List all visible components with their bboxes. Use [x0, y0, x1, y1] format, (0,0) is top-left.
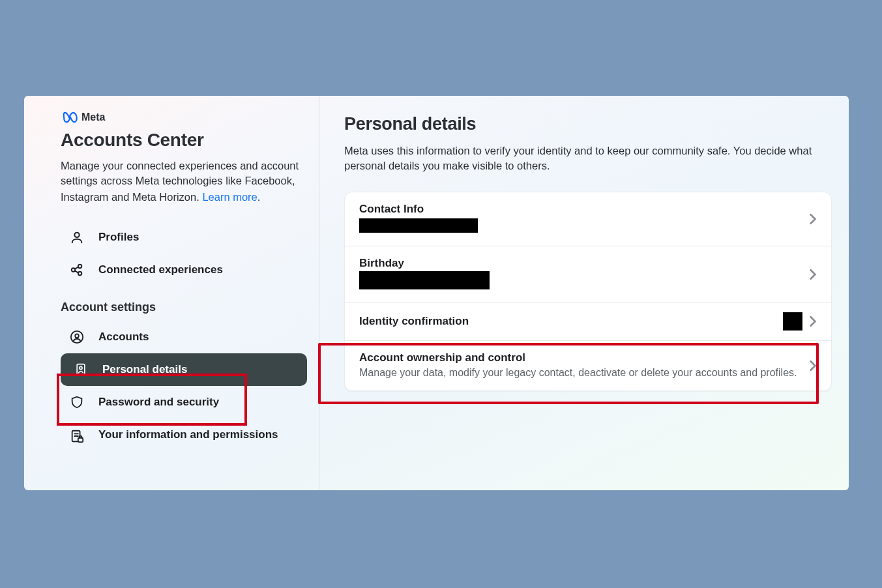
sidebar-section-label: Account settings: [61, 301, 307, 314]
row-identity-confirmation[interactable]: Identity confirmation: [345, 303, 831, 341]
sidebar-item-info-permissions[interactable]: Your information and permissions: [61, 419, 307, 452]
row-title: Birthday: [359, 257, 809, 270]
row-title: Account ownership and control: [359, 351, 809, 364]
page-title: Personal details: [344, 114, 832, 134]
document-lock-icon: [68, 428, 85, 443]
chevron-right-icon: [809, 213, 817, 225]
row-subtitle: Manage your data, modify your legacy con…: [359, 366, 809, 380]
main-panel: Personal details Meta uses this informat…: [319, 96, 849, 490]
shield-icon: [68, 395, 85, 409]
redacted-value: [359, 218, 478, 233]
svg-point-2: [78, 265, 82, 269]
account-circle-icon: [68, 330, 85, 344]
svg-rect-9: [78, 438, 83, 442]
sidebar-item-label: Password and security: [98, 396, 219, 409]
sidebar-item-personal-details[interactable]: Personal details: [61, 353, 307, 386]
chevron-right-icon: [809, 316, 817, 327]
row-birthday[interactable]: Birthday: [345, 246, 831, 303]
redacted-value: [359, 271, 490, 289]
personal-details-card: Contact Info Birthday Identity con: [344, 192, 832, 391]
sidebar-item-password-security[interactable]: Password and security: [61, 386, 307, 419]
svg-point-3: [78, 272, 82, 276]
sidebar: Meta Accounts Center Manage your connect…: [24, 96, 319, 490]
row-title: Identity confirmation: [359, 315, 809, 328]
sidebar-item-connected-experiences[interactable]: Connected experiences: [61, 254, 307, 286]
accounts-center-window: Meta Accounts Center Manage your connect…: [24, 96, 849, 490]
meta-logo-icon: [61, 111, 78, 123]
chevron-right-icon: [809, 360, 817, 372]
learn-more-link[interactable]: Learn more: [202, 190, 257, 205]
sidebar-item-label: Personal details: [102, 363, 187, 376]
row-title: Contact Info: [359, 203, 809, 216]
sidebar-item-label: Connected experiences: [98, 263, 223, 276]
sidebar-description: Manage your connected experiences and ac…: [61, 158, 307, 204]
id-badge-icon: [72, 362, 89, 377]
sidebar-item-label: Accounts: [98, 331, 149, 344]
row-contact-info[interactable]: Contact Info: [345, 192, 831, 246]
sidebar-title: Accounts Center: [61, 130, 307, 151]
svg-point-0: [74, 233, 79, 237]
share-nodes-icon: [68, 263, 85, 277]
svg-point-7: [80, 367, 82, 370]
row-account-ownership-control[interactable]: Account ownership and control Manage you…: [345, 341, 831, 390]
redacted-value: [783, 312, 802, 331]
sidebar-item-accounts[interactable]: Accounts: [61, 321, 307, 353]
sidebar-nav: Profiles Connected experiences Account s…: [61, 221, 307, 452]
brand-text: Meta: [81, 111, 105, 123]
svg-point-5: [75, 334, 79, 338]
page-description: Meta uses this information to verify you…: [344, 143, 832, 173]
chevron-right-icon: [809, 269, 817, 280]
sidebar-item-profiles[interactable]: Profiles: [61, 221, 307, 254]
sidebar-item-label: Profiles: [98, 231, 139, 244]
brand: Meta: [61, 111, 307, 123]
sidebar-item-label: Your information and permissions: [98, 428, 278, 442]
user-icon: [68, 230, 85, 244]
